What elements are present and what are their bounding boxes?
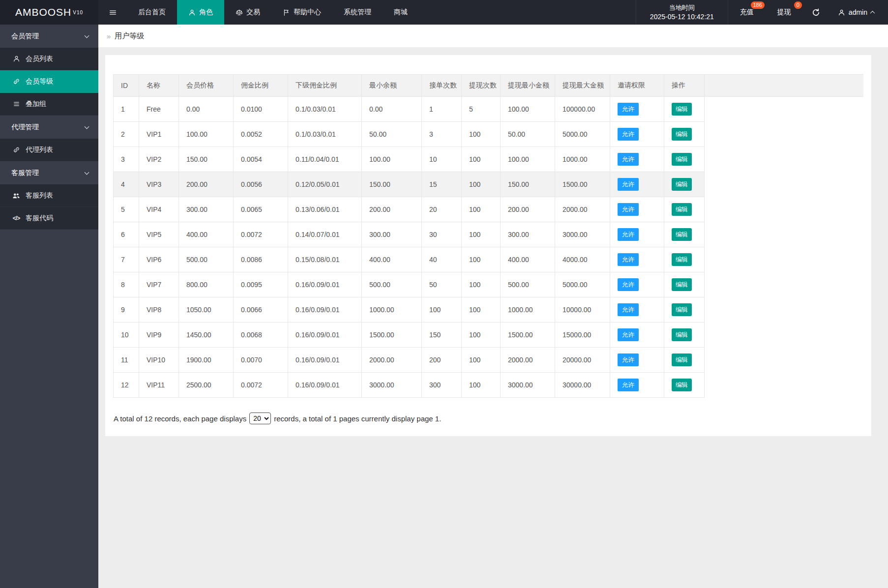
edit-button[interactable]: 编辑 [672, 253, 692, 266]
table-header: ID名称会员价格佣金比例下级佣金比例最小余额接单次数提现次数提现最小金额提现最大… [114, 75, 864, 97]
nav-tab-trade[interactable]: 交易 [224, 0, 271, 25]
sidebar-item-member-level[interactable]: 会员等级 [0, 70, 98, 93]
sidebar-item-member-list[interactable]: 会员列表 [0, 48, 98, 70]
page-title: 用户等级 [115, 31, 144, 41]
sidebar-item-service-code[interactable]: </>客服代码 [0, 207, 98, 230]
operation-cell: 编辑 [664, 172, 705, 197]
empty-cell [705, 97, 864, 122]
table-cell: 100 [462, 247, 501, 272]
column-header: 提现最大金额 [555, 75, 610, 97]
table-cell: 1050.00 [179, 297, 234, 323]
edit-button[interactable]: 编辑 [672, 278, 692, 292]
operation-cell: 编辑 [664, 122, 705, 147]
table-cell: 0.1/0.03/0.01 [288, 97, 362, 122]
top-nav: 后台首页角色交易帮助中心系统管理商城 [127, 0, 419, 25]
withdraw-button[interactable]: 提现 0 [766, 0, 803, 25]
table-cell: 100.00 [501, 97, 555, 122]
edit-button[interactable]: 编辑 [672, 353, 692, 367]
edit-button[interactable]: 编辑 [672, 178, 692, 191]
table-cell: 100 [462, 272, 501, 297]
sidebar-item-agent-management[interactable]: 代理管理 [0, 116, 98, 139]
table-cell: VIP8 [139, 297, 179, 323]
table-cell: 100 [462, 147, 501, 172]
user-menu[interactable]: admin [829, 0, 888, 25]
invite-allow-button[interactable]: 允许 [618, 103, 639, 116]
page-size-select[interactable]: 20 [249, 412, 271, 424]
table-cell: 8 [114, 272, 139, 297]
hamburger-icon [109, 8, 117, 17]
edit-button[interactable]: 编辑 [672, 379, 692, 392]
nav-tab-help-center[interactable]: 帮助中心 [271, 0, 332, 25]
nav-tab-mall[interactable]: 商城 [383, 0, 419, 25]
sidebar-item-overlay-group[interactable]: 叠加组 [0, 93, 98, 116]
table-row: 4VIP3200.000.00560.12/0.05/0.01150.00151… [114, 172, 864, 197]
invite-allow-button[interactable]: 允许 [618, 328, 639, 342]
link-icon [12, 78, 21, 85]
edit-button[interactable]: 编辑 [672, 228, 692, 241]
invite-permission-cell: 允许 [610, 197, 664, 222]
invite-allow-button[interactable]: 允许 [618, 379, 639, 392]
table-cell: 3 [114, 147, 139, 172]
refresh-button[interactable] [803, 0, 829, 25]
table-row: 12VIP112500.000.00720.16/0.09/0.013000.0… [114, 373, 864, 398]
table-cell: 1000.00 [501, 297, 555, 323]
sidebar-item-agent-list[interactable]: 代理列表 [0, 139, 98, 161]
table-cell: 0.0100 [234, 97, 288, 122]
sidebar-item-service-management[interactable]: 客服管理 [0, 161, 98, 184]
table-cell: 2500.00 [179, 373, 234, 398]
edit-button[interactable]: 编辑 [672, 153, 692, 166]
table-cell: 1900.00 [179, 348, 234, 373]
sidebar-toggle-button[interactable] [98, 0, 127, 25]
table-cell: 0.0086 [234, 247, 288, 272]
invite-allow-button[interactable]: 允许 [618, 203, 639, 216]
edit-button[interactable]: 编辑 [672, 303, 692, 317]
invite-allow-button[interactable]: 允许 [618, 153, 639, 166]
sidebar-item-member-management[interactable]: 会员管理 [0, 25, 98, 48]
table-cell: 100 [422, 297, 462, 323]
edit-button[interactable]: 编辑 [672, 103, 692, 116]
pagination-bar: A total of 12 records, each page display… [113, 412, 863, 424]
nav-tab-dashboard[interactable]: 后台首页 [127, 0, 177, 25]
invite-allow-button[interactable]: 允许 [618, 353, 639, 367]
table-cell: 100.00 [362, 147, 422, 172]
invite-allow-button[interactable]: 允许 [618, 253, 639, 266]
user-level-table: ID名称会员价格佣金比例下级佣金比例最小余额接单次数提现次数提现最小金额提现最大… [113, 74, 863, 398]
app-logo: AMBOOSH V10 [0, 0, 98, 25]
edit-button[interactable]: 编辑 [672, 128, 692, 141]
invite-allow-button[interactable]: 允许 [618, 178, 639, 191]
table-cell: 100.00 [179, 122, 234, 147]
table-row: 9VIP81050.000.00660.16/0.09/0.011000.001… [114, 297, 864, 323]
empty-cell [705, 323, 864, 348]
invite-allow-button[interactable]: 允许 [618, 278, 639, 292]
column-header: 最小余额 [362, 75, 422, 97]
operation-cell: 编辑 [664, 297, 705, 323]
nav-tab-system[interactable]: 系统管理 [332, 0, 383, 25]
invite-allow-button[interactable]: 允许 [618, 303, 639, 317]
edit-button[interactable]: 编辑 [672, 328, 692, 342]
table-cell: 400.00 [362, 247, 422, 272]
invite-permission-cell: 允许 [610, 297, 664, 323]
column-header: 名称 [139, 75, 179, 97]
table-row: 8VIP7800.000.00950.16/0.09/0.01500.00501… [114, 272, 864, 297]
table-cell: 7 [114, 247, 139, 272]
table-cell: 100 [462, 172, 501, 197]
edit-button[interactable]: 编辑 [672, 203, 692, 216]
column-header: ID [114, 75, 139, 97]
table-cell: 0.16/0.09/0.01 [288, 272, 362, 297]
nav-tab-label: 交易 [246, 8, 260, 17]
table-cell: 200.00 [179, 172, 234, 197]
invite-allow-button[interactable]: 允许 [618, 128, 639, 141]
nav-tab-roles[interactable]: 角色 [177, 0, 224, 25]
table-cell: 1000.00 [362, 297, 422, 323]
sidebar-item-service-list[interactable]: 客服列表 [0, 184, 98, 207]
table-cell: 0.0070 [234, 348, 288, 373]
pagination-text-before: A total of 12 records, each page display… [114, 414, 246, 423]
recharge-button[interactable]: 充值 186 [728, 0, 766, 25]
invite-allow-button[interactable]: 允许 [618, 228, 639, 241]
table-cell: 0.13/0.06/0.01 [288, 197, 362, 222]
empty-cell [705, 272, 864, 297]
top-bar: AMBOOSH V10 后台首页角色交易帮助中心系统管理商城 当地时间 2025… [0, 0, 888, 25]
breadcrumb: » 用户等级 [98, 25, 888, 48]
empty-cell [705, 222, 864, 247]
table-cell: 100 [462, 323, 501, 348]
